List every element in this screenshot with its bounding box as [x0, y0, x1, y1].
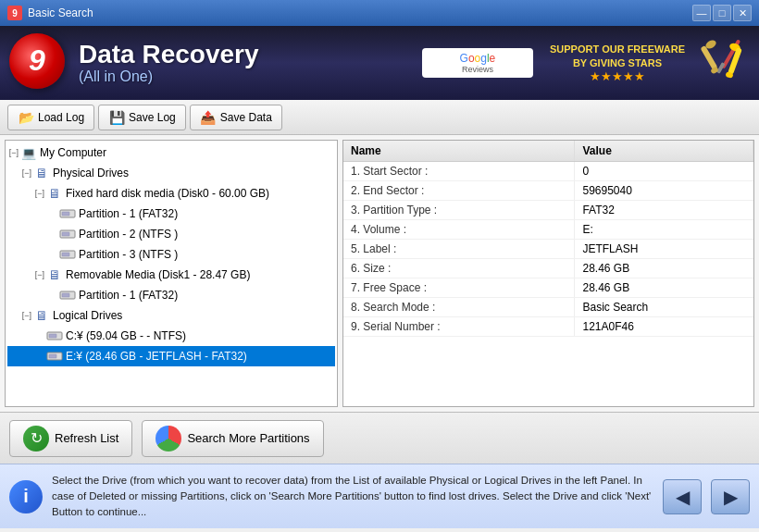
tree-item[interactable]: Partition - 1 (FAT32) [7, 285, 335, 305]
refresh-list-label: Refresh List [55, 431, 118, 445]
properties-scroll: Name Value 1. Start Sector :02. End Sect… [343, 141, 753, 340]
svg-rect-17 [49, 334, 56, 338]
header-title-area: Data Recovery (All in One) [79, 41, 413, 86]
prop-name: 6. Size : [343, 259, 575, 278]
load-log-label: Load Log [38, 111, 84, 124]
prop-value: 59695040 [575, 181, 753, 201]
prop-name: 8. Search Mode : [343, 298, 575, 317]
prop-name: 3. Partition Type : [343, 201, 575, 220]
app-main-title: Data Recovery [79, 41, 413, 69]
tree-expand-placeholder [46, 289, 59, 302]
back-button[interactable]: ◀ [663, 479, 702, 514]
tree-label: My Computer [40, 146, 106, 159]
tree-label: Partition - 1 (FAT32) [79, 289, 178, 302]
table-row: 5. Label :JETFLASH [343, 240, 753, 259]
refresh-list-button[interactable]: ↻ Refresh List [9, 420, 132, 457]
tree-expand-icon[interactable]: [−] [7, 146, 20, 159]
load-log-button[interactable]: 📂 Load Log [7, 105, 94, 130]
tree-panel[interactable]: [−]💻My Computer[−]🖥Physical Drives[−]🖥Fi… [5, 140, 338, 407]
tree-label: Partition - 1 (FAT32) [79, 207, 178, 220]
tree-expand-placeholder [33, 329, 46, 342]
app-sub-title: (All in One) [79, 68, 413, 85]
save-data-button[interactable]: 📤 Save Data [190, 105, 282, 130]
tree-label: Physical Drives [53, 167, 129, 179]
svg-rect-19 [49, 354, 56, 358]
prop-name: 1. Start Sector : [343, 162, 575, 181]
status-text: Select the Drive (from which you want to… [52, 473, 653, 521]
tree-label: Logical Drives [53, 309, 122, 322]
tree-expand-placeholder [33, 350, 46, 363]
prop-value: E: [575, 220, 753, 240]
svg-rect-9 [62, 212, 69, 216]
table-row: 2. End Sector :59695040 [343, 181, 753, 201]
maximize-button[interactable]: □ [713, 5, 731, 21]
svg-rect-3 [700, 44, 717, 69]
table-row: 7. Free Space :28.46 GB [343, 278, 753, 298]
tree-label: E:¥ (28.46 GB - JETFLASH - FAT32) [66, 350, 247, 363]
partition-icon [59, 246, 76, 263]
prop-value: JETFLASH [575, 240, 753, 259]
tree-item[interactable]: Partition - 3 (NTFS ) [7, 244, 335, 265]
main-content: [−]💻My Computer[−]🖥Physical Drives[−]🖥Fi… [0, 135, 759, 412]
svg-rect-15 [62, 293, 69, 297]
minimize-button[interactable]: — [692, 5, 711, 21]
google-reviews: Reviews [462, 65, 493, 74]
table-row: 9. Serial Number :121A0F46 [343, 317, 753, 337]
tree-item[interactable]: [−]🖥Fixed hard disk media (Disk0 - 60.00… [7, 183, 335, 204]
header-banner: 9 Data Recovery (All in One) Google Revi… [0, 26, 759, 100]
partition-icon [46, 348, 63, 365]
table-row: 1. Start Sector :0 [343, 162, 753, 181]
tree-label: Fixed hard disk media (Disk0 - 60.00 GB) [66, 187, 269, 200]
tree-label: Removable Media (Disk1 - 28.47 GB) [66, 268, 250, 281]
window-title: Basic Search [28, 6, 93, 19]
tree-item[interactable]: [−]🖥Physical Drives [7, 163, 335, 183]
info-icon: i [9, 480, 43, 513]
tree-item[interactable]: E:¥ (28.46 GB - JETFLASH - FAT32) [7, 346, 335, 366]
table-row: 3. Partition Type :FAT32 [343, 201, 753, 220]
tree-item[interactable]: [−]💻My Computer [7, 142, 335, 163]
title-bar: 9 Basic Search — □ ✕ [0, 0, 759, 26]
col-name: Name [343, 141, 575, 162]
tree-expand-icon[interactable]: [−] [33, 268, 46, 281]
save-data-icon: 📤 [200, 109, 217, 126]
tools-icon [694, 33, 750, 93]
tree-expand-icon[interactable]: [−] [20, 309, 33, 322]
tree-expand-placeholder [46, 248, 59, 261]
tree-expand-icon[interactable]: [−] [33, 187, 46, 200]
save-log-button[interactable]: 💾 Save Log [98, 105, 186, 130]
table-row: 6. Size :28.46 GB [343, 259, 753, 278]
tree-item[interactable]: C:¥ (59.04 GB - - NTFS) [7, 326, 335, 346]
header-promo: Google Reviews SUPPORT OUR FREEWARE BY G… [413, 43, 685, 83]
tree-item[interactable]: [−]🖥Removable Media (Disk1 - 28.47 GB) [7, 265, 335, 285]
tree-expand-icon[interactable]: [−] [20, 167, 33, 179]
header-tools [694, 33, 750, 93]
search-partitions-label: Search More Partitions [187, 431, 309, 445]
svg-rect-11 [62, 232, 69, 236]
partition-icon [46, 328, 63, 344]
tree-label: Partition - 2 (NTFS ) [79, 228, 178, 241]
app-logo: 9 [9, 33, 69, 93]
next-button[interactable]: ▶ [711, 479, 750, 514]
partition-icon [59, 226, 76, 242]
prop-value: Basic Search [575, 298, 753, 317]
properties-panel: Name Value 1. Start Sector :02. End Sect… [342, 140, 754, 407]
prop-name: 4. Volume : [343, 220, 575, 240]
tree-label: C:¥ (59.04 GB - - NTFS) [66, 329, 186, 342]
tree-item[interactable]: Partition - 2 (NTFS ) [7, 224, 335, 244]
prop-value: FAT32 [575, 201, 753, 220]
close-button[interactable]: ✕ [733, 5, 752, 21]
prop-value: 0 [575, 162, 753, 181]
prop-value: 28.46 GB [575, 259, 753, 278]
search-partitions-button[interactable]: Search More Partitions [142, 420, 323, 457]
tree-item[interactable]: [−]🖥Logical Drives [7, 305, 335, 326]
tree-label: Partition - 3 (NTFS ) [79, 248, 178, 261]
status-bar: i Select the Drive (from which you want … [0, 464, 759, 528]
table-row: 4. Volume :E: [343, 220, 753, 240]
freeware-line1: SUPPORT OUR FREEWARE [550, 43, 685, 56]
tree-item[interactable]: Partition - 1 (FAT32) [7, 204, 335, 224]
load-log-icon: 📂 [18, 109, 34, 126]
svg-rect-6 [728, 46, 742, 74]
toolbar: 📂 Load Log 💾 Save Log 📤 Save Data [0, 100, 759, 135]
save-log-label: Save Log [129, 111, 176, 124]
prop-value: 28.46 GB [575, 278, 753, 298]
